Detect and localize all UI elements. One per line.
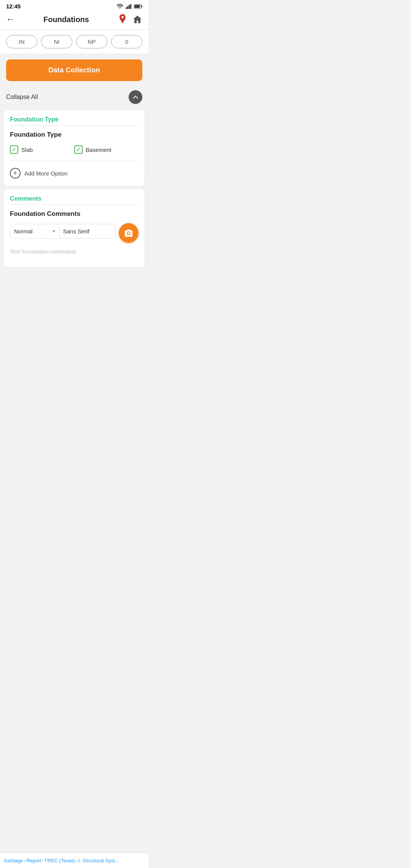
- foundation-options-grid: Slab Basement: [10, 144, 139, 155]
- map-pin-icon[interactable]: [118, 14, 127, 25]
- collapse-all-row: Collapse All: [0, 86, 148, 108]
- basement-checkbox[interactable]: [74, 145, 83, 154]
- signal-icon: [126, 4, 132, 9]
- subsection-title-comments: Foundation Comments: [10, 210, 139, 218]
- camera-button[interactable]: [119, 223, 139, 243]
- collapse-all-button[interactable]: [129, 90, 142, 104]
- slab-label: Slab: [21, 147, 33, 153]
- header-action-icons: [118, 14, 142, 25]
- text-toolbar-row: Normal Heading 1 Heading 2 Sans Serif: [10, 223, 139, 243]
- add-option-label: Add More Option: [24, 170, 67, 177]
- inner-divider: [10, 161, 139, 161]
- battery-icon: [134, 4, 142, 9]
- style-select-wrap: Normal Heading 1 Heading 2: [10, 224, 59, 238]
- filter-np[interactable]: NP: [76, 35, 107, 48]
- svg-rect-2: [129, 5, 130, 9]
- wifi-icon: [116, 4, 123, 9]
- section-divider: [10, 125, 139, 126]
- comments-section: Comments Foundation Comments Normal Head…: [4, 189, 145, 267]
- camera-icon: [124, 229, 133, 237]
- filter-ni[interactable]: NI: [41, 35, 72, 48]
- font-label: Sans Serif: [59, 224, 116, 238]
- filter-row: IN NI NP 0: [0, 30, 148, 54]
- option-slab[interactable]: Slab: [10, 144, 74, 155]
- svg-rect-3: [130, 4, 131, 9]
- data-collection-button[interactable]: Data Collection: [6, 59, 142, 81]
- status-bar: 12:45: [0, 0, 148, 11]
- text-style-select[interactable]: Normal Heading 1 Heading 2: [10, 224, 59, 238]
- svg-rect-6: [134, 5, 140, 8]
- page-title: Foundations: [43, 15, 89, 24]
- status-icons: [116, 4, 142, 9]
- add-circle-icon: +: [10, 168, 21, 179]
- home-icon[interactable]: [132, 15, 142, 24]
- collapse-all-label: Collapse All: [6, 94, 38, 101]
- basement-label: Basement: [86, 147, 112, 153]
- section-category-comments: Comments: [10, 195, 139, 202]
- add-more-option-row[interactable]: + Add More Option: [10, 166, 139, 180]
- filter-zero[interactable]: 0: [111, 35, 142, 48]
- header: ← Foundations: [0, 11, 148, 30]
- svg-rect-0: [126, 7, 127, 9]
- section-category-foundation: Foundation Type: [10, 116, 139, 123]
- chevron-up-icon: [132, 95, 139, 99]
- filter-in[interactable]: IN: [6, 35, 37, 48]
- foundation-type-section: Foundation Type Foundation Type Slab Bas…: [4, 110, 145, 186]
- comment-placeholder-text[interactable]: Test foundation comments: [10, 246, 139, 261]
- option-basement[interactable]: Basement: [74, 144, 139, 155]
- svg-rect-5: [142, 5, 142, 7]
- back-button[interactable]: ←: [6, 14, 14, 24]
- comments-divider: [10, 204, 139, 205]
- svg-rect-1: [127, 6, 128, 9]
- text-toolbar: Normal Heading 1 Heading 2 Sans Serif: [10, 224, 116, 239]
- slab-checkbox[interactable]: [10, 145, 18, 154]
- status-time: 12:45: [6, 3, 21, 10]
- subsection-title-foundation: Foundation Type: [10, 131, 139, 139]
